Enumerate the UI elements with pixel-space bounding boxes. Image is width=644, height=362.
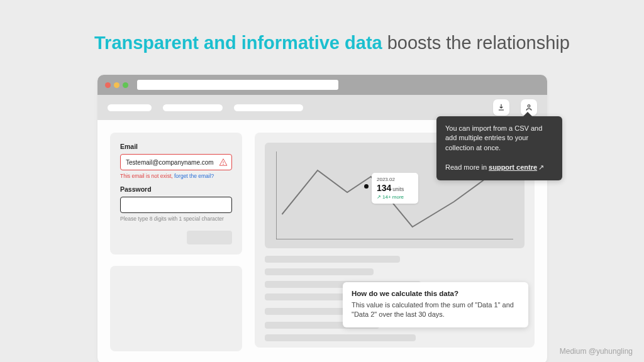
tooltip-arrow-icon (523, 112, 532, 116)
browser-titlebar (97, 75, 547, 95)
headline-highlight: Transparent and informative data (94, 33, 382, 53)
chart-tooltip: 2023.02 134units ↗14+ more (372, 173, 418, 204)
minimize-icon[interactable] (114, 82, 119, 88)
password-field[interactable] (120, 197, 232, 213)
list-item (265, 268, 374, 275)
maximize-icon[interactable] (123, 82, 128, 88)
email-value: Testemail@companyname.com (126, 159, 214, 166)
list-item (265, 334, 416, 341)
tooltip-unit: units (392, 186, 404, 192)
email-field[interactable]: Testemail@companyname.com (120, 154, 232, 170)
tooltip-date: 2023.02 (377, 177, 413, 183)
import-button[interactable] (493, 99, 509, 116)
user-icon (525, 103, 533, 112)
nav-item[interactable] (234, 104, 303, 111)
url-bar[interactable] (137, 80, 338, 90)
nav-item[interactable] (163, 104, 223, 111)
close-icon[interactable] (105, 82, 111, 88)
info-answer: This value is calculated from the sum of… (352, 300, 519, 320)
password-helper: Please type 8 digits with 1 special char… (120, 216, 232, 222)
import-tooltip: You can import from a CSV and add multip… (436, 116, 562, 180)
tooltip-trend: ↗14+ more (377, 194, 413, 200)
download-icon (497, 103, 506, 112)
chart-datapoint[interactable] (364, 184, 369, 189)
info-popover: How do we calculate this data? This valu… (343, 282, 528, 327)
left-column: Email Testemail@companyname.com This ema… (110, 133, 242, 351)
email-error: This email is not exist, forget the emai… (120, 173, 232, 179)
headline: Transparent and informative data boosts … (94, 33, 570, 53)
external-link-icon: ↗ (538, 163, 544, 172)
list-item (265, 256, 400, 263)
credit: Medium @yuhungling (560, 347, 633, 356)
info-question: How do we calculate this data? (352, 288, 519, 299)
svg-point-1 (223, 164, 224, 165)
warning-icon (219, 158, 228, 167)
submit-button[interactable] (187, 231, 232, 244)
svg-point-0 (528, 105, 530, 107)
nav-item[interactable] (108, 104, 152, 111)
trend-up-icon: ↗ (377, 194, 381, 200)
import-tooltip-readmore: Read more in support centre ↗ (445, 163, 553, 172)
headline-rest: boosts the relationship (382, 33, 570, 53)
import-tooltip-body: You can import from a CSV and add multip… (445, 124, 553, 153)
tooltip-value: 134 (377, 183, 391, 193)
forget-email-link[interactable]: forget the email? (174, 173, 214, 179)
login-form: Email Testemail@companyname.com This ema… (110, 133, 242, 255)
email-label: Email (120, 143, 232, 150)
traffic-lights (105, 82, 128, 88)
placeholder-card (110, 266, 242, 351)
password-label: Password (120, 185, 232, 193)
support-centre-link[interactable]: support centre (489, 163, 537, 171)
